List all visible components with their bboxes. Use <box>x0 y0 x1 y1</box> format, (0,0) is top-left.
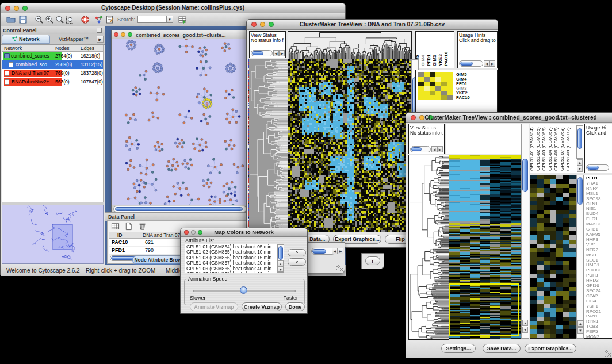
scrollbar-thumb[interactable] <box>587 166 599 170</box>
matrix-cell[interactable] <box>441 82 447 86</box>
overview-viewport-rect[interactable] <box>53 224 72 250</box>
scroll-up-icon[interactable]: ▲ <box>577 159 583 166</box>
scroll-right-icon[interactable]: ▶ <box>437 146 443 152</box>
matrix-cell[interactable] <box>441 91 447 95</box>
matrix-cell[interactable] <box>447 72 453 77</box>
scroll-right-icon[interactable]: ▶ <box>338 248 343 254</box>
attribute-v-scrollbar[interactable]: ▲ ▼ <box>277 244 284 273</box>
help-lifesaver-icon[interactable] <box>81 15 90 24</box>
matrix-cell[interactable] <box>430 86 435 91</box>
table-icon[interactable] <box>111 222 120 231</box>
vizmapper-nodes-icon[interactable] <box>94 15 104 24</box>
scroll-up-icon[interactable]: ▲ <box>522 320 528 326</box>
scrollbar-thumb[interactable] <box>312 249 326 254</box>
zoom-v-scrollbar[interactable]: ▲ ▼ <box>576 175 584 339</box>
scroll-down-icon[interactable]: ▼ <box>522 327 528 333</box>
minimize-icon[interactable] <box>121 32 125 37</box>
view-status-h-scrollbar[interactable] <box>410 146 431 152</box>
speed-slider-thumb[interactable] <box>240 286 247 294</box>
scrollbar-thumb[interactable] <box>522 159 528 192</box>
network-h-scrollbar[interactable] <box>113 206 247 212</box>
gene-label[interactable]: MON2 <box>586 335 612 339</box>
labels-v-scrollbar[interactable] <box>576 125 583 159</box>
scroll-right-icon[interactable]: ▶ <box>489 60 495 67</box>
usage-h-scrollbar[interactable] <box>586 164 609 171</box>
main-v-scrollbar[interactable]: ▲ ▼ <box>521 124 529 339</box>
matrix-cell[interactable] <box>418 72 424 77</box>
scrollbar-thumb[interactable] <box>460 62 473 66</box>
col-header-network[interactable]: Network <box>4 45 22 51</box>
scrollbar-thumb[interactable] <box>411 147 422 151</box>
export-graphics-button[interactable]: Export Graphics... <box>525 344 576 353</box>
scrollbar-thumb[interactable] <box>577 177 583 205</box>
matrix-cell[interactable] <box>441 86 447 91</box>
view-status-h-scrollbar[interactable] <box>251 50 273 56</box>
node-attribute-browser-button[interactable]: Node Attribute Brows <box>132 256 186 264</box>
tab-network[interactable]: Network <box>2 35 50 44</box>
settings-button[interactable]: Settings... <box>441 344 476 353</box>
done-button[interactable]: Done <box>285 302 305 311</box>
network-table-row[interactable]: DNA and Tran 07769(0)183728(0) <box>2 69 103 78</box>
scroll-up-icon[interactable]: ▲ <box>278 260 284 266</box>
matrix-cell[interactable] <box>424 86 430 91</box>
matrix-cell[interactable] <box>435 91 441 95</box>
id-column-header[interactable]: ID <box>117 232 123 238</box>
matrix-cell[interactable] <box>430 95 435 100</box>
matrix-cell[interactable] <box>447 86 453 91</box>
network-overview-panel[interactable] <box>2 205 104 264</box>
matrix-cell[interactable] <box>418 95 424 100</box>
matrix-cell[interactable] <box>447 82 453 86</box>
treeview2-top-dendrogram-area[interactable] <box>446 124 523 154</box>
animate-vizmap-button[interactable]: Animate Vizmap <box>190 302 238 311</box>
import-table-icon[interactable] <box>178 15 187 24</box>
matrix-cell[interactable] <box>424 82 430 86</box>
move-down-button[interactable]: v <box>288 258 306 266</box>
dialog-titlebar[interactable]: Map Colors to Network <box>181 228 307 237</box>
scrollbar-thumb[interactable] <box>252 51 263 55</box>
network-view-titlebar[interactable]: combined_scores_good.txt--cluste... <box>112 30 250 40</box>
heatmap-selection-rect[interactable] <box>449 283 519 336</box>
matrix-cell[interactable] <box>418 91 424 95</box>
matrix-cell[interactable] <box>418 86 424 91</box>
close-icon[interactable] <box>114 32 118 37</box>
save-data-button[interactable]: Save Data... <box>483 344 521 353</box>
matrix-cell[interactable] <box>430 77 435 82</box>
col-header-edges[interactable]: Edges <box>81 45 94 51</box>
matrix-cell[interactable] <box>418 82 424 86</box>
matrix-cell[interactable] <box>424 72 430 77</box>
scroll-down-icon[interactable]: ▼ <box>577 327 583 334</box>
matrix-cell[interactable] <box>424 91 430 95</box>
scroll-down-icon[interactable]: ▼ <box>278 266 284 272</box>
usage-h-scrollbar[interactable] <box>459 60 483 67</box>
network-table-row[interactable]: combined_sco2569(6)13112(15) <box>2 60 103 69</box>
column-dendrogram[interactable] <box>288 31 412 59</box>
open-folder-icon[interactable] <box>6 15 16 24</box>
matrix-cell[interactable] <box>447 77 453 82</box>
zoom-out-icon[interactable] <box>35 15 44 24</box>
matrix-cell[interactable] <box>441 95 447 100</box>
scroll-left-icon[interactable]: ◀ <box>484 60 489 67</box>
scrollbar-thumb[interactable] <box>115 207 243 211</box>
global-heatmap[interactable] <box>288 59 411 232</box>
maximize-icon[interactable] <box>128 32 132 37</box>
scroll-left-icon[interactable]: ◀ <box>273 50 279 56</box>
network-table-row[interactable]: combined_scores2764(0)16218(0) <box>2 52 103 60</box>
matrix-cell[interactable] <box>424 77 430 82</box>
scroll-up-icon[interactable]: ▲ <box>577 320 583 327</box>
new-document-icon[interactable] <box>124 222 133 231</box>
matrix-cell[interactable] <box>430 91 435 95</box>
attribute-listbox[interactable]: GPL51-01 (GSM854) heat shock 05 minGPL51… <box>185 244 284 273</box>
matrix-cell[interactable] <box>435 86 441 91</box>
scroll-down-icon[interactable]: ▼ <box>577 166 583 172</box>
scrollbar-thumb[interactable] <box>278 246 283 260</box>
matrix-cell[interactable] <box>447 91 453 95</box>
search-dropdown-icon[interactable]: ▼ <box>166 16 173 23</box>
float-panel-icon[interactable] <box>97 28 102 33</box>
matrix-cell[interactable] <box>430 82 435 86</box>
scroll-right-icon[interactable]: ▶ <box>279 50 285 56</box>
scroll-left-icon[interactable]: ◀ <box>431 146 437 152</box>
trash-icon[interactable] <box>138 222 147 231</box>
main-titlebar[interactable]: Cytoscape Desktop (Session Name: collins… <box>1 3 345 13</box>
zoom-fit-icon[interactable] <box>66 15 75 24</box>
clipped-button[interactable]: r <box>365 256 380 265</box>
